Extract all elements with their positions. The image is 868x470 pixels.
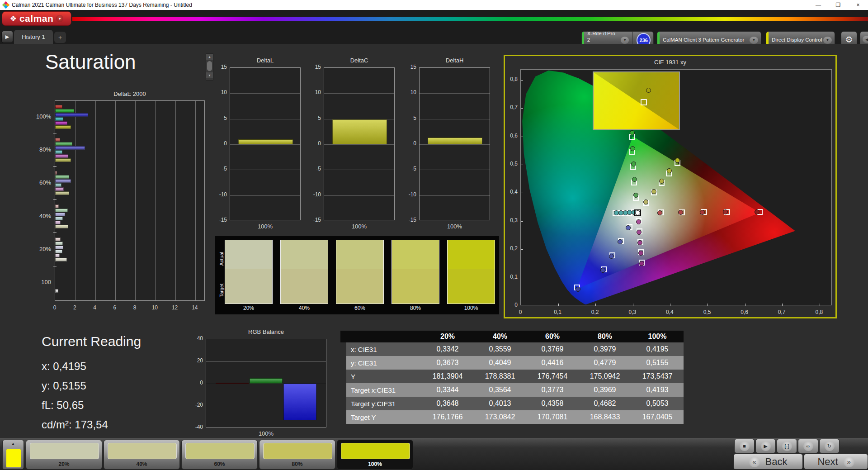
deltae-bar [55,113,88,117]
tab-add-button[interactable]: + [54,32,66,43]
minimize-button[interactable]: — [808,0,828,10]
x-category-label: 100% [230,223,301,230]
refresh-button[interactable]: ↻ [819,439,840,453]
calman-logo-menu[interactable]: ❖ calman ▼ [2,11,71,26]
y-tick-label: 5 [307,115,321,121]
table-cell: 0,4013 [474,399,526,408]
continuous-measure-button[interactable]: ∞ [798,439,818,453]
table-row: Target Y176,1766173,0842170,7081168,8433… [346,410,684,424]
play-button[interactable]: ▶ [755,439,776,453]
y-tick-label: -5 [212,166,227,172]
scroll-up-button[interactable]: ▲ [206,54,213,60]
table-cell: 0,3769 [526,345,579,353]
y-tick-label: 40 [190,335,203,342]
pattern-button-20%[interactable]: 20% [26,440,102,470]
delta-bar [428,138,482,144]
swatch-label: 80% [392,305,439,311]
measurement-table: 20%40%60%80%100%x: CIE310,33420,35590,37… [346,331,684,424]
deltae-bar [55,154,68,158]
deltae-bar [55,217,63,220]
measure-once-icon: [·] [782,441,792,451]
chevron-down-icon: ▼ [621,37,629,44]
table-cell: 0,3648 [421,399,474,408]
measured-point-circle [651,189,656,194]
deltae-bar [55,109,74,113]
y-tick-label: 0 [506,302,518,308]
rainbow-strip [72,17,868,21]
y-tick-label: 10 [307,89,321,95]
workflow-expander-button[interactable]: ▶ [1,31,13,43]
stop-button[interactable]: ■ [734,439,755,453]
table-cell: 167,0405 [631,413,684,421]
axis-tick [521,165,523,165]
pattern-button-80%[interactable]: 80% [259,440,335,470]
deltae-bar [55,117,63,121]
deltae-bar [55,242,63,245]
swatch-40% [280,240,328,304]
next-button[interactable]: Next » [804,454,868,470]
swatch-60% [336,240,384,304]
measure-once-button[interactable]: [·] [777,439,797,453]
actual-target-swatch-strip: ActualTarget20%40%60%80%100% [215,236,499,314]
table-header-row: 20%40%60%80%100% [346,331,684,342]
x-tick-label: 0,6 [738,309,751,315]
y-tick-label: 15 [212,64,227,70]
row-label: Y [346,373,421,380]
pattern-swatch [341,443,410,459]
deltae-bar [55,175,69,179]
pattern-button-40%[interactable]: 40% [104,440,180,470]
measured-point-circle [700,210,705,215]
deltae-bar [55,187,64,191]
row-label: Target x:CIE31 [346,386,421,394]
plot-area [419,67,490,220]
pattern-button-100%[interactable]: 100% [337,440,413,470]
grid-line [324,144,394,145]
chart-title: RGB Balance [206,328,326,335]
scroll-down-button[interactable]: ▼ [206,72,213,78]
deltac-chart: DeltaC151050-5-10-15100% [307,57,399,233]
pattern-button-60%[interactable]: 60% [181,440,258,470]
pattern-label: 60% [182,461,257,467]
axis-tick [521,80,523,81]
deltae-bar [55,150,62,154]
table-row: y: CIE310,36730,40490,44160,47790,5155 [346,356,684,370]
deltae-bar [55,158,71,162]
back-button[interactable]: « Back [733,454,803,470]
pattern-window-swatch [6,449,21,468]
actual-swatch [448,240,495,269]
grid-line [230,119,300,119]
table-cell: 173,0842 [474,413,526,421]
tab-history-1[interactable]: History 1 [14,30,53,44]
plot-area [55,100,205,301]
table-corner-cell [340,331,346,342]
delta-bar [238,139,293,144]
table-row: Target y:CIE310,36480,40130,43580,46820,… [346,397,684,410]
pattern-window-button[interactable]: ▲ [2,440,24,470]
x-tick-label: 0 [50,304,59,311]
restore-button[interactable]: ❐ [828,0,848,10]
deltae-bar [55,125,71,129]
rgb-balance-chart: RGB Balance40200-20-40100% [190,328,331,439]
y-tick-label: -15 [307,217,321,223]
current-reading-title: Current Reading [42,334,141,349]
inset-target-square [641,99,647,105]
pattern-label: 40% [104,461,179,467]
table-cell: 0,4049 [474,359,526,367]
table-cell: 0,3342 [421,345,474,353]
target-swatch [281,269,328,304]
measured-point-circle [678,210,683,215]
reading-line: cd/m²: 173,54 [42,418,108,431]
y-tick-label: 0 [307,140,321,147]
swatch-label: 40% [280,305,328,311]
table-cell: 0,5053 [631,399,684,408]
scroll-thumb[interactable] [207,61,212,71]
close-button[interactable]: × [848,0,868,10]
grid-line [420,195,490,196]
grid-line [324,170,394,170]
grid-line [95,101,96,300]
measured-point-circle [755,209,760,214]
axis-tick [521,108,523,109]
y-tick-label: 10 [212,89,227,95]
table-cell: 0,3564 [474,386,526,394]
gear-icon: ⚙ [845,34,853,45]
